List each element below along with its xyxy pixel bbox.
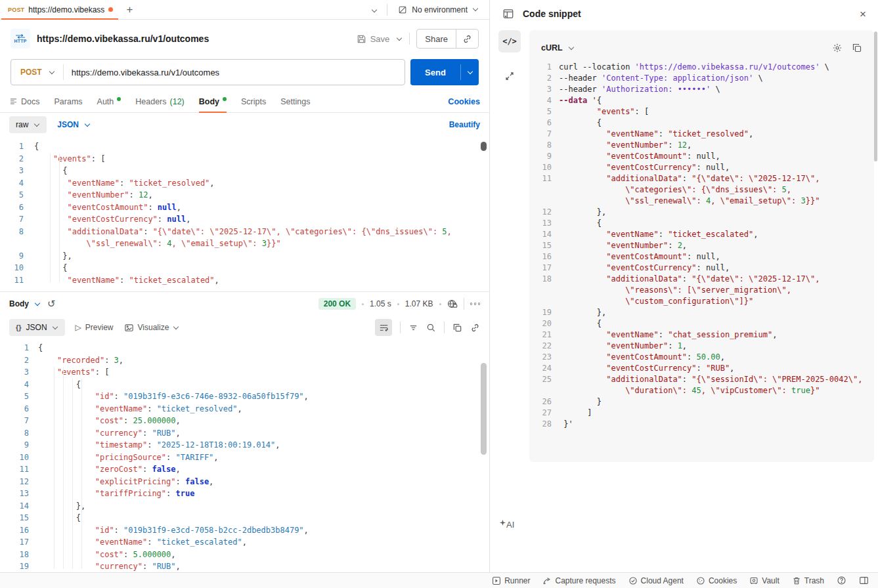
beautify-link[interactable]: Beautify (449, 120, 480, 129)
environment-chevron-icon (473, 6, 478, 11)
save-label: Save (370, 34, 390, 44)
panel-title: Code snippet (523, 9, 581, 19)
share-button[interactable]: Share (417, 34, 456, 44)
tab-headers[interactable]: Headers(12) (135, 91, 184, 112)
capture-requests-icon (542, 576, 552, 585)
code-line: 2--header 'Content-Type: application/jso… (536, 73, 867, 84)
unsaved-changes-dot (108, 7, 113, 12)
vault-icon (749, 576, 758, 585)
response-format-label: JSON (26, 323, 47, 332)
response-toolbar: {} JSON ▷ Preview Visualize (0, 316, 489, 339)
statusbar-capture-requests[interactable]: Capture requests (542, 576, 615, 585)
tab-options-chevron-icon[interactable] (372, 7, 377, 12)
snippet-language-chevron-icon[interactable] (568, 44, 573, 49)
preview-toggle[interactable]: ▷ Preview (76, 323, 114, 332)
help-icon[interactable] (837, 576, 846, 585)
code-line: 19 }, (536, 307, 867, 318)
statusbar-vault[interactable]: Vault (749, 576, 779, 585)
save-options-chevron-icon[interactable] (397, 35, 402, 40)
code-line: 21 "eventName": "chat_session_premium", (536, 329, 867, 341)
url-input[interactable]: https://demo.vibekassa.ru/v1/outcomes (64, 68, 219, 77)
code-line: 1{ (0, 140, 489, 153)
statusbar-cookies[interactable]: Cookies (696, 576, 737, 585)
close-icon[interactable]: × (860, 9, 866, 20)
body-mode-chevron-icon (34, 121, 39, 126)
link-response-icon[interactable] (470, 323, 480, 333)
ai-button[interactable]: AI (500, 520, 514, 530)
status-badge[interactable]: 200 OK (318, 298, 356, 310)
snippet-settings-icon[interactable] (832, 43, 843, 53)
code-line: 8 "additionalData": "{\"date\": \"2025-1… (0, 226, 489, 238)
statusbar-cloud-agent[interactable]: Cloud Agent (628, 576, 684, 585)
response-body-label: Body (9, 299, 29, 308)
code-line: 2 "recorded": 3, (0, 354, 489, 367)
body-format-select[interactable]: JSON (57, 120, 91, 129)
copy-response-icon[interactable] (452, 323, 462, 333)
ai-label: AI (506, 520, 514, 530)
tab-settings[interactable]: Settings (280, 91, 310, 112)
code-line: 15 { (0, 512, 489, 524)
save-button[interactable]: Save (357, 34, 390, 44)
request-body-editor[interactable]: 1{2 "events": [3 {4 "eventName": "ticket… (0, 136, 489, 291)
code-line: 27 ] (536, 408, 867, 419)
new-tab-button[interactable]: + (126, 4, 133, 15)
body-mode-select[interactable]: raw (9, 116, 47, 133)
sync-arrows-icon[interactable] (504, 71, 515, 81)
statusbar-runner[interactable]: Runner (492, 576, 530, 585)
no-environment-icon (398, 5, 407, 14)
statusbar-trash[interactable]: Trash (792, 576, 824, 585)
copy-link-button[interactable] (456, 30, 478, 48)
save-icon (357, 34, 366, 44)
response-size[interactable]: 1.07 KB (405, 299, 433, 308)
response-body-select[interactable]: Body (9, 299, 41, 308)
tab-params[interactable]: Params (54, 91, 82, 112)
code-line: 14 }, (0, 500, 489, 513)
split-view-icon[interactable] (859, 576, 869, 585)
url-box: POST https://demo.vibekassa.ru/v1/outcom… (11, 59, 405, 85)
response-format-select[interactable]: {} JSON (9, 319, 65, 336)
more-options-icon[interactable] (470, 303, 481, 305)
code-line: 13 "tariffPricing": true (0, 488, 489, 500)
tab-body[interactable]: Body (199, 91, 227, 112)
runner-icon (492, 576, 501, 585)
url-row: POST https://demo.vibekassa.ru/v1/outcom… (0, 58, 489, 87)
code-line: 17 "eventCostCurrency": null, (536, 262, 867, 274)
tab-auth[interactable]: Auth (97, 91, 121, 112)
code-line: 3 { (0, 165, 489, 177)
code-line: 18 "additionalData": "{\"date\": \"2025-… (536, 274, 867, 285)
history-icon[interactable]: ↺ (47, 298, 56, 310)
panel-scrollbar-thumb[interactable] (874, 32, 877, 161)
snippet-code[interactable]: 1curl --location 'https://demo.vibekassa… (529, 58, 874, 430)
response-time[interactable]: 1.05 s (370, 299, 391, 308)
wrap-text-button[interactable] (375, 319, 392, 336)
response-body-viewer: 1{2 "recorded": 3,3 "events": [4 {5 "id"… (0, 339, 489, 572)
scrollbar-thumb[interactable] (481, 142, 487, 151)
filter-icon[interactable] (408, 323, 418, 333)
cookies-link[interactable]: Cookies (448, 97, 480, 106)
status-bar: RunnerCapture requestsCloud AgentCookies… (0, 572, 878, 588)
send-button[interactable]: Send (410, 59, 479, 85)
tab-docs[interactable]: Docs (9, 91, 39, 112)
code-line: 8 "eventNumber": 12, (536, 140, 867, 151)
body-format-label: JSON (57, 120, 79, 129)
method-select[interactable]: POST (11, 68, 63, 77)
snippet-language-select[interactable]: cURL (541, 43, 563, 52)
code-line: 13 { (536, 218, 867, 229)
method-chevron-icon (49, 68, 54, 74)
scrollbar-thumb[interactable] (481, 363, 487, 455)
send-options-chevron-icon[interactable] (461, 72, 479, 74)
code-line: 20 { (536, 318, 867, 329)
code-line: 14 "eventName": "ticket_escalated", (536, 229, 867, 240)
request-tab[interactable]: POST https://demo.vibekass (0, 0, 120, 19)
network-info-icon[interactable] (447, 299, 458, 309)
environment-selector[interactable]: No environment (387, 0, 489, 19)
cloud-agent-icon (628, 576, 638, 585)
tab-method-label: POST (8, 7, 24, 13)
tab-scripts[interactable]: Scripts (241, 91, 266, 112)
body-mode-label: raw (16, 120, 28, 129)
visualize-toggle[interactable]: Visualize (124, 323, 180, 333)
code-line: 10 "pricingSource": "TARIFF", (0, 452, 489, 464)
code-tab-button[interactable]: </> (498, 30, 521, 52)
copy-snippet-icon[interactable] (852, 43, 862, 53)
search-icon[interactable] (426, 323, 436, 333)
